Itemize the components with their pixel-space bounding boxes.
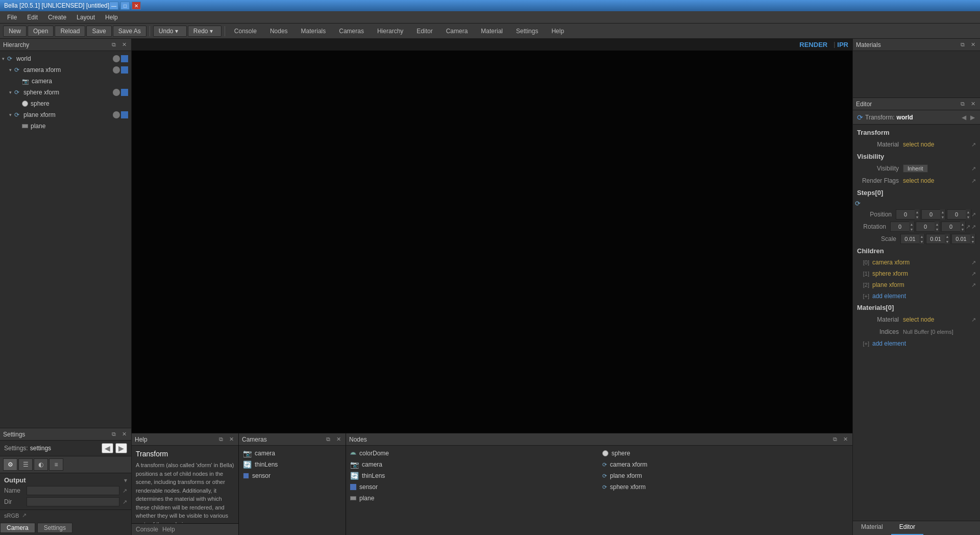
maximize-button[interactable]: □: [120, 2, 130, 10]
position-ext[interactable]: ↗: [971, 211, 976, 218]
tab-nodes[interactable]: Nodes: [264, 26, 294, 37]
rotation-y-input[interactable]: [916, 224, 935, 230]
menu-help[interactable]: Help: [100, 13, 123, 22]
node-item-sensor[interactable]: sensor: [350, 481, 596, 493]
rotation-ext2[interactable]: ↗: [971, 224, 976, 230]
hierarchy-close-button[interactable]: ✕: [120, 41, 128, 49]
close-button[interactable]: ✕: [132, 2, 141, 10]
camera-item-camera[interactable]: 📷 camera: [243, 448, 341, 459]
rotation-z-input[interactable]: [942, 224, 960, 230]
settings-close-button[interactable]: ✕: [120, 430, 128, 439]
rotation-z-down[interactable]: ▼: [960, 227, 965, 232]
tab-hierarchy[interactable]: Hierarchy: [371, 26, 409, 37]
output-chevron[interactable]: ▾: [124, 477, 127, 484]
child-link-camera-xform[interactable]: camera xform: [872, 259, 910, 266]
scale-x-down[interactable]: ▼: [919, 239, 924, 244]
output-name-ext[interactable]: ↗: [122, 488, 127, 494]
scale-y-input[interactable]: [926, 236, 945, 242]
node-item-sphere[interactable]: sphere: [602, 448, 848, 459]
undo-button[interactable]: Undo ▾: [153, 26, 187, 37]
minimize-button[interactable]: —: [109, 2, 118, 10]
ipr-button[interactable]: IPR: [837, 41, 848, 48]
materials-close-button[interactable]: ✕: [969, 41, 977, 49]
scale-y-up[interactable]: ▲: [945, 234, 950, 239]
position-z-input[interactable]: [947, 211, 966, 217]
child-2-ext[interactable]: ↗: [971, 282, 976, 288]
display-tab-settings[interactable]: Settings: [37, 523, 72, 533]
new-button[interactable]: New: [3, 26, 27, 37]
tree-item-world[interactable]: ▾ ⟳ world: [0, 53, 131, 64]
position-z-down[interactable]: ▼: [966, 214, 971, 220]
editor-material-ext[interactable]: ↗: [971, 141, 976, 148]
position-z-up[interactable]: ▲: [966, 209, 971, 214]
position-x-down[interactable]: ▼: [915, 214, 920, 220]
tree-item-plane-xform[interactable]: ▾ ⟳ plane xform: [0, 109, 131, 120]
scale-y-down[interactable]: ▼: [945, 239, 950, 244]
breadcrumb-back-button[interactable]: ◀: [961, 114, 967, 121]
editor-mat-ext[interactable]: ↗: [971, 317, 976, 323]
settings-tab-list[interactable]: ☰: [18, 458, 33, 471]
output-name-input[interactable]: [27, 486, 119, 495]
tree-item-camera[interactable]: 📷 camera: [0, 76, 131, 87]
help-footer-help[interactable]: Help: [162, 526, 175, 533]
tab-settings[interactable]: Settings: [510, 26, 544, 37]
camera-item-sensor[interactable]: sensor: [243, 470, 341, 481]
editor-footer-tab-material[interactable]: Material: [853, 521, 891, 535]
tab-camera[interactable]: Camera: [440, 26, 474, 37]
tab-cameras[interactable]: Cameras: [333, 26, 370, 37]
editor-mat-select-node[interactable]: select node: [903, 316, 934, 323]
child-add-element[interactable]: add element: [872, 293, 906, 300]
menu-create[interactable]: Create: [43, 13, 71, 22]
node-item-camera-xform[interactable]: ⟳ camera xform: [602, 459, 848, 470]
hierarchy-detach-button[interactable]: ⧉: [110, 41, 118, 49]
node-item-camera[interactable]: 📷 camera: [350, 459, 596, 470]
rotation-z-up[interactable]: ▲: [960, 222, 965, 227]
editor-visibility-ext[interactable]: ↗: [971, 165, 976, 172]
node-item-plane[interactable]: plane: [350, 493, 596, 504]
scale-z-up[interactable]: ▲: [970, 234, 975, 239]
node-item-thinlens[interactable]: 🔄 thinLens: [350, 470, 596, 481]
tree-item-sphere[interactable]: sphere: [0, 98, 131, 109]
materials-detach-button[interactable]: ⧉: [959, 41, 967, 49]
menu-edit[interactable]: Edit: [22, 13, 43, 22]
rotation-x-input[interactable]: [891, 224, 909, 230]
menu-file[interactable]: File: [2, 13, 22, 22]
editor-renderflags-link[interactable]: select node: [903, 177, 934, 184]
tree-item-plane[interactable]: plane: [0, 120, 131, 132]
editor-inherit-button[interactable]: Inherit: [903, 164, 928, 173]
rotation-x-down[interactable]: ▼: [909, 227, 914, 232]
tab-material[interactable]: Material: [475, 26, 509, 37]
reload-button[interactable]: Reload: [55, 26, 85, 37]
tab-help[interactable]: Help: [545, 26, 570, 37]
child-1-ext[interactable]: ↗: [971, 271, 976, 277]
mat-add-element[interactable]: add element: [872, 340, 906, 347]
render-button[interactable]: RENDER: [799, 41, 827, 48]
position-x-input[interactable]: [896, 211, 915, 217]
help-detach-button[interactable]: ⧉: [217, 435, 225, 444]
scale-z-down[interactable]: ▼: [970, 239, 975, 244]
child-0-ext[interactable]: ↗: [971, 259, 976, 266]
scale-z-input[interactable]: [952, 236, 970, 242]
settings-detach-button[interactable]: ⧉: [110, 430, 118, 439]
child-link-sphere-xform[interactable]: sphere xform: [872, 270, 908, 277]
save-as-button[interactable]: Save As: [113, 26, 146, 37]
scale-x-input[interactable]: [901, 236, 919, 242]
position-y-down[interactable]: ▼: [940, 214, 945, 220]
settings-next-button[interactable]: ▶: [115, 443, 127, 453]
node-item-colordome[interactable]: colorDome: [350, 448, 596, 459]
camera-item-thinlens[interactable]: 🔄 thinLens: [243, 459, 341, 470]
menu-layout[interactable]: Layout: [71, 13, 100, 22]
help-close-button[interactable]: ✕: [227, 435, 235, 444]
editor-renderflags-ext[interactable]: ↗: [971, 178, 976, 184]
rotation-x-up[interactable]: ▲: [909, 222, 914, 227]
settings-tab-lines[interactable]: ≡: [49, 458, 63, 471]
rotation-ext[interactable]: ↗: [966, 224, 970, 230]
editor-material-link[interactable]: select node: [903, 141, 934, 148]
breadcrumb-forward-button[interactable]: ▶: [969, 114, 976, 121]
settings-tab-gear[interactable]: ⚙: [3, 458, 17, 471]
tree-item-sphere-xform[interactable]: ▾ ⟳ sphere xform: [0, 87, 131, 98]
open-button[interactable]: Open: [28, 26, 54, 37]
output-dir-input[interactable]: [27, 497, 119, 506]
child-link-plane-xform[interactable]: plane xform: [872, 281, 904, 288]
save-button[interactable]: Save: [86, 26, 111, 37]
